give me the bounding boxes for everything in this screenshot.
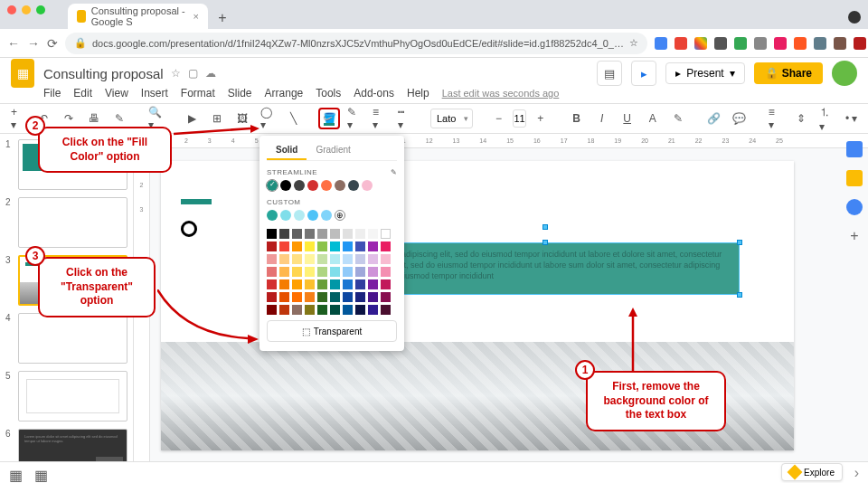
star-doc-icon[interactable]: ☆ [171,67,181,80]
color-swatch[interactable] [330,267,340,277]
color-swatch[interactable] [368,279,378,289]
explore-button[interactable]: Explore [781,463,843,481]
menu-view[interactable]: View [105,87,128,99]
border-color-button[interactable]: ✎ ▾ [344,108,365,129]
color-swatch[interactable] [267,229,277,239]
move-doc-icon[interactable]: ▢ [188,67,198,80]
ext-icon[interactable] [714,37,727,50]
color-swatch[interactable] [292,229,302,239]
color-swatch[interactable] [355,254,365,264]
new-tab-button[interactable]: + [212,7,233,29]
color-swatch[interactable] [343,229,353,239]
font-select[interactable]: Lato [430,109,473,128]
star-icon[interactable]: ☆ [629,37,638,49]
resize-handle[interactable] [737,292,742,298]
color-swatch[interactable] [267,267,277,277]
menu-file[interactable]: File [43,87,61,99]
color-swatch[interactable] [362,180,373,191]
present-button[interactable]: ▸ Present ▾ [665,62,744,84]
forward-button[interactable]: → [27,34,40,52]
scroll-right-icon[interactable]: › [854,465,859,481]
share-button[interactable]: 🔒 Share [754,62,823,84]
color-swatch[interactable] [355,267,365,277]
menu-slide[interactable]: Slide [228,87,252,99]
slides-app-icon[interactable]: ▦ [11,59,34,88]
color-swatch[interactable] [305,229,315,239]
color-swatch[interactable] [368,305,378,315]
color-swatch[interactable] [381,229,391,239]
color-swatch[interactable] [317,279,327,289]
color-swatch[interactable] [343,242,353,251]
menu-format[interactable]: Format [181,87,215,99]
numbered-list-button[interactable]: ⒈ ▾ [816,108,837,129]
color-swatch[interactable] [294,210,305,221]
color-swatch[interactable] [317,305,327,315]
menu-help[interactable]: Help [407,87,429,99]
color-swatch[interactable] [279,279,289,289]
thumb-slide[interactable]: Lorem ipsum dolor sit amet adipiscing el… [18,429,127,461]
color-swatch[interactable] [292,292,302,302]
menu-tools[interactable]: Tools [316,87,341,99]
color-swatch[interactable] [317,292,327,302]
color-swatch[interactable] [267,292,277,302]
ext-icon[interactable] [854,37,866,50]
menu-arrange[interactable]: Arrange [265,87,304,99]
color-swatch[interactable] [368,229,378,239]
ext-icon[interactable] [754,37,767,50]
close-tab-icon[interactable]: × [193,11,199,22]
color-swatch[interactable] [321,210,332,221]
color-swatch[interactable] [355,305,365,315]
bullet-list-button[interactable]: • ▾ [841,108,863,129]
line-spacing-button[interactable]: ⇕ [790,108,812,129]
transparent-button[interactable]: ⬚ Transparent [267,320,397,342]
menu-insert[interactable]: Insert [141,87,168,99]
font-size-dec[interactable]: − [487,108,509,129]
color-swatch[interactable] [355,242,365,251]
bold-button[interactable]: B [566,108,588,129]
color-swatch[interactable] [292,279,302,289]
filmstrip-view-icon[interactable]: ▦ [9,467,25,479]
border-weight-button[interactable]: ≡ ▾ [369,108,391,129]
user-avatar[interactable] [832,61,857,86]
color-swatch[interactable] [267,242,277,251]
browser-tab[interactable]: Consulting proposal - Google S × [68,4,208,29]
add-panel-icon[interactable]: + [846,228,863,244]
link-button[interactable]: 🔗 [703,108,725,129]
thumb-slide[interactable] [18,197,127,248]
color-swatch[interactable] [292,254,302,264]
reload-button[interactable]: ⟳ [47,34,58,52]
edit-theme-icon[interactable]: ✎ [391,168,398,176]
color-swatch[interactable] [330,254,340,264]
color-swatch[interactable] [279,254,289,264]
slideshow-button[interactable]: ▸ [631,61,656,86]
color-swatch[interactable] [279,242,289,251]
color-swatch[interactable] [343,267,353,277]
color-tab-solid[interactable]: Solid [267,141,307,160]
last-edit-link[interactable]: Last edit was seconds ago [442,88,560,99]
color-swatch[interactable] [381,279,391,289]
color-swatch[interactable] [307,180,318,191]
ext-icon[interactable] [734,37,747,50]
font-size-inc[interactable]: + [530,108,552,129]
color-swatch[interactable] [267,305,277,315]
menu-edit[interactable]: Edit [73,87,92,99]
browser-menu-icon[interactable] [848,11,861,24]
color-swatch[interactable] [292,242,302,251]
color-swatch[interactable] [267,279,277,289]
color-swatch[interactable] [330,279,340,289]
ext-icon[interactable] [834,37,846,50]
color-swatch[interactable] [381,267,391,277]
menu-addons[interactable]: Add-ons [354,87,394,99]
ext-icon[interactable] [655,37,667,50]
color-swatch[interactable] [381,305,391,315]
thumb-slide[interactable] [18,313,127,364]
color-swatch[interactable] [292,267,302,277]
color-swatch[interactable] [368,292,378,302]
ext-icon[interactable] [675,37,687,50]
selected-textbox[interactable]: consectetur adipiscing elit, sed do eius… [351,242,740,295]
color-swatch[interactable] [381,254,391,264]
comments-button[interactable]: ▤ [597,61,622,86]
line-tool[interactable]: ╲ [282,108,304,129]
color-swatch[interactable] [279,229,289,239]
color-swatch[interactable] [381,292,391,302]
